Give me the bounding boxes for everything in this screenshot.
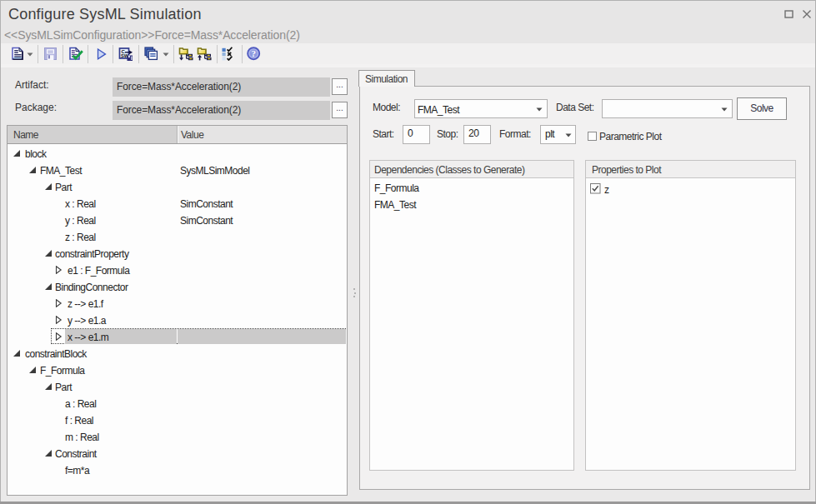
svg-text:?: ? [252, 48, 257, 58]
